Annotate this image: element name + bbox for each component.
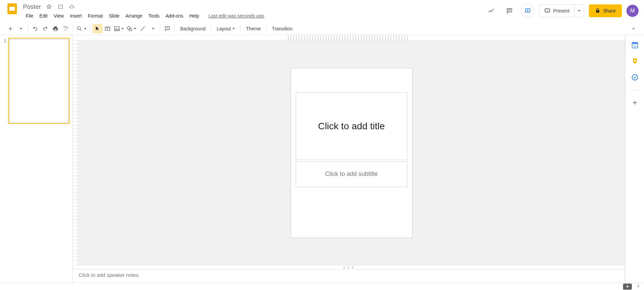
add-addon-icon[interactable] — [631, 99, 639, 106]
menu-format[interactable]: Format — [85, 12, 105, 20]
side-panel: 31 — [625, 35, 644, 283]
title-bar: Poster File Edit View Insert Format Slid… — [0, 0, 644, 20]
textbox-tool[interactable] — [102, 24, 113, 33]
activity-icon[interactable] — [484, 4, 498, 18]
zoom-button[interactable] — [75, 24, 88, 33]
redo-button[interactable] — [40, 24, 50, 33]
svg-point-14 — [634, 59, 636, 61]
account-avatar[interactable]: M — [626, 5, 639, 17]
slides-logo[interactable] — [5, 3, 19, 15]
explore-button[interactable] — [623, 284, 632, 290]
svg-rect-1 — [9, 7, 15, 11]
menu-help[interactable]: Help — [187, 12, 202, 20]
shape-tool[interactable] — [125, 24, 138, 33]
subtitle-placeholder[interactable]: Click to add subtitle — [296, 161, 407, 187]
tasks-icon[interactable] — [631, 74, 639, 81]
comment-button[interactable] — [162, 24, 172, 33]
line-dropdown[interactable] — [148, 24, 158, 33]
paint-format-button[interactable] — [61, 24, 71, 33]
new-slide-button[interactable] — [5, 24, 16, 33]
toolbar: Background Layout Theme Transition — [0, 22, 644, 35]
title-placeholder[interactable]: Click to add title — [296, 93, 407, 160]
slide-thumbnail-1[interactable]: 1 — [1, 38, 70, 124]
line-tool[interactable] — [138, 24, 148, 33]
present-to-meeting-button[interactable] — [521, 4, 534, 18]
menu-file[interactable]: File — [23, 12, 36, 20]
collapse-toolbar-button[interactable] — [628, 24, 639, 33]
menu-bar: File Edit View Insert Format Slide Arran… — [23, 11, 264, 20]
theme-button[interactable]: Theme — [243, 24, 264, 33]
svg-point-15 — [632, 75, 638, 80]
cloud-status-icon[interactable] — [69, 3, 75, 10]
hide-sidepanel-button[interactable] — [636, 284, 641, 290]
document-title[interactable]: Poster — [23, 3, 41, 10]
menu-insert[interactable]: Insert — [67, 12, 85, 20]
menu-addons[interactable]: Add-ons — [163, 12, 186, 20]
slide-canvas[interactable]: Click to add title Click to add subtitle — [291, 68, 412, 238]
present-label: Present — [553, 8, 569, 14]
menu-edit[interactable]: Edit — [37, 12, 50, 20]
new-slide-dropdown[interactable] — [16, 24, 26, 33]
menu-slide[interactable]: Slide — [106, 12, 122, 20]
keep-icon[interactable] — [631, 57, 639, 65]
calendar-icon[interactable]: 31 — [631, 41, 639, 49]
notes-resize-handle[interactable]: ● ● ● — [73, 265, 625, 269]
present-dropdown[interactable] — [574, 5, 584, 17]
svg-rect-10 — [129, 28, 132, 31]
vertical-ruler[interactable] — [73, 41, 78, 265]
bottom-bar — [0, 283, 644, 290]
transition-button[interactable]: Transition — [268, 24, 296, 33]
svg-point-5 — [77, 27, 80, 30]
share-button[interactable]: Share — [589, 4, 622, 17]
slide-number: 1 — [1, 38, 6, 124]
speaker-notes[interactable]: Click to add speaker notes — [73, 269, 625, 283]
star-icon[interactable] — [46, 3, 52, 10]
filmstrip[interactable]: 1 — [0, 35, 72, 283]
menu-tools[interactable]: Tools — [146, 12, 162, 20]
print-button[interactable] — [50, 24, 61, 33]
move-icon[interactable] — [57, 3, 64, 10]
svg-text:31: 31 — [633, 45, 637, 48]
comments-icon[interactable] — [503, 4, 516, 18]
svg-rect-12 — [632, 43, 638, 44]
horizontal-ruler[interactable] — [73, 35, 625, 41]
select-tool[interactable] — [92, 24, 102, 33]
last-edit-link[interactable]: Last edit was seconds ago — [209, 13, 264, 19]
thumbnail-preview[interactable] — [8, 38, 70, 124]
layout-button[interactable]: Layout — [213, 24, 238, 33]
menu-view[interactable]: View — [51, 12, 67, 20]
background-button[interactable]: Background — [177, 24, 209, 33]
present-button[interactable]: Present — [540, 5, 574, 17]
menu-arrange[interactable]: Arrange — [123, 12, 145, 20]
slide-stage[interactable]: Click to add title Click to add subtitle — [78, 41, 625, 265]
undo-button[interactable] — [30, 24, 40, 33]
image-tool[interactable] — [113, 24, 125, 33]
svg-point-8 — [116, 28, 117, 28]
share-label: Share — [603, 8, 616, 14]
